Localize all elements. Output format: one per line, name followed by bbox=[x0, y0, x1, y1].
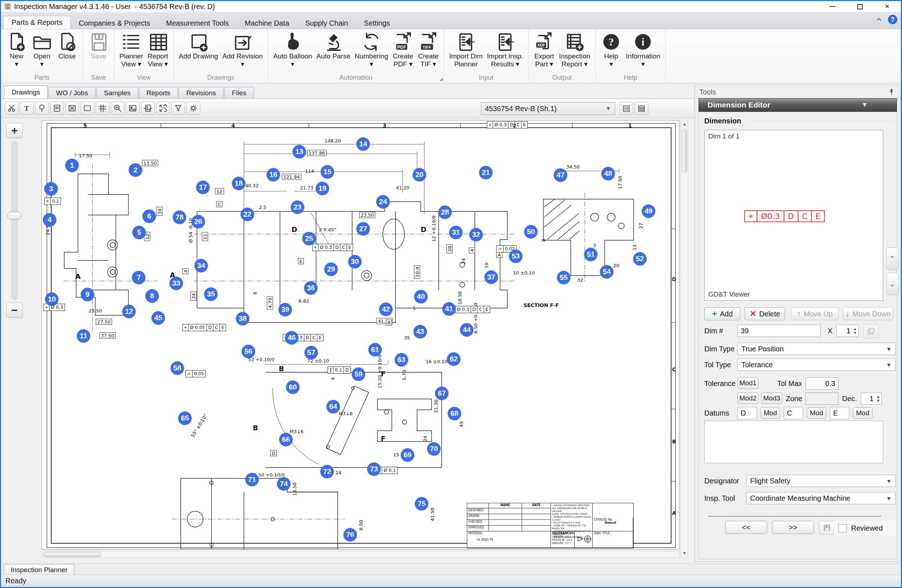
ribbon-button-add-drawing[interactable]: Add Drawing bbox=[177, 31, 221, 73]
cut-balloon-button[interactable] bbox=[5, 102, 19, 115]
balloon-70[interactable]: 70 bbox=[427, 442, 440, 456]
balloon-42[interactable]: 42 bbox=[379, 303, 393, 316]
balloon-52[interactable]: 52 bbox=[633, 252, 647, 266]
spinner-arrows-icon[interactable]: ▲▼ bbox=[852, 325, 858, 336]
balloon-69[interactable]: 69 bbox=[401, 449, 414, 462]
zoom-slider-handle[interactable] bbox=[7, 212, 22, 220]
dim-type-select[interactable]: True Position▼ bbox=[738, 343, 896, 355]
balloon-tool-button[interactable] bbox=[35, 102, 49, 115]
datum1-input[interactable]: D bbox=[738, 407, 757, 419]
balloon-60[interactable]: 60 bbox=[286, 381, 299, 394]
text-tool-button[interactable]: T bbox=[20, 102, 34, 115]
balloon-78[interactable]: 78 bbox=[173, 211, 186, 224]
balloon-65[interactable]: 65 bbox=[178, 411, 192, 425]
ribbon-button-add-revision[interactable]: Add Revision▾ bbox=[220, 31, 265, 73]
ribbon-button-numbering[interactable]: Numbering▾ bbox=[352, 31, 390, 73]
scroll-down-button[interactable]: ⌄ bbox=[886, 273, 898, 295]
minimize-button[interactable] bbox=[819, 1, 846, 12]
doc-tab-revisions[interactable]: Revisions bbox=[179, 87, 223, 99]
balloon-64[interactable]: 64 bbox=[327, 400, 340, 413]
balloon-57[interactable]: 57 bbox=[304, 346, 318, 359]
balloon-62[interactable]: 62 bbox=[447, 352, 460, 366]
balloon-10[interactable]: 10 bbox=[45, 292, 58, 306]
balloon-74[interactable]: 74 bbox=[277, 477, 290, 491]
save-dimension-button[interactable] bbox=[819, 521, 835, 535]
balloon-53[interactable]: 53 bbox=[509, 250, 522, 263]
horizontal-scroll-thumb[interactable] bbox=[43, 552, 101, 557]
balloon-31[interactable]: 31 bbox=[449, 226, 462, 239]
sheet-selector[interactable]: 4536754 Rev-B (Sh.1) ▼ bbox=[481, 102, 615, 115]
fit-width-button[interactable] bbox=[126, 102, 139, 115]
dimension-editor-header[interactable]: Dimension Editor ▼ bbox=[698, 98, 897, 112]
balloon-63[interactable]: 63 bbox=[395, 353, 408, 366]
dim-count-spinner[interactable]: 1▲▼ bbox=[836, 325, 859, 337]
doc-tab-wo-jobs[interactable]: WO / Jobs bbox=[49, 87, 96, 99]
balloon-58[interactable]: 58 bbox=[171, 361, 184, 375]
balloon-56[interactable]: 56 bbox=[242, 345, 255, 358]
datum2-input[interactable]: C bbox=[784, 407, 803, 419]
horizontal-scrollbar[interactable] bbox=[41, 551, 680, 558]
vertical-scrollbar[interactable]: ▲ ▼ bbox=[681, 120, 688, 557]
ribbon-tab-companies-projects[interactable]: Companies & Projects bbox=[71, 17, 158, 29]
vertical-scroll-thumb[interactable] bbox=[682, 129, 687, 172]
balloon-75[interactable]: 75 bbox=[415, 497, 428, 510]
balloon-24[interactable]: 24 bbox=[376, 195, 390, 208]
balloon-61[interactable]: 61 bbox=[368, 343, 382, 357]
balloon-32[interactable]: 32 bbox=[470, 228, 483, 241]
balloon-9[interactable]: 9 bbox=[81, 288, 94, 301]
balloon-12[interactable]: 12 bbox=[122, 305, 136, 318]
ribbon-button-information[interactable]: iInformation▾ bbox=[624, 31, 662, 73]
balloon-11[interactable]: 11 bbox=[77, 329, 90, 343]
balloon-73[interactable]: 73 bbox=[367, 463, 381, 476]
ribbon-button-planner-view[interactable]: PlannerView ▾ bbox=[117, 31, 146, 73]
balloon-66[interactable]: 66 bbox=[279, 433, 293, 446]
balloon-16[interactable]: 16 bbox=[267, 168, 280, 181]
zoom-slider[interactable] bbox=[11, 141, 17, 300]
pin-icon[interactable] bbox=[888, 88, 896, 96]
note-tool-button[interactable] bbox=[50, 102, 64, 115]
copy-button[interactable] bbox=[863, 325, 879, 338]
balloon-34[interactable]: 34 bbox=[194, 259, 208, 272]
balloon-22[interactable]: 22 bbox=[241, 208, 254, 221]
doc-tab-drawings[interactable]: Drawings bbox=[4, 86, 48, 99]
balloon-8[interactable]: 8 bbox=[146, 289, 159, 303]
dimension-notes-area[interactable] bbox=[704, 421, 883, 463]
add-button[interactable]: +Add bbox=[704, 307, 741, 321]
balloon-36[interactable]: 36 bbox=[304, 281, 318, 295]
balloon-6[interactable]: 6 bbox=[143, 210, 156, 223]
drawing-canvas[interactable]: NAME DATE DESIGNED DRAWN CHECKED APPROVE… bbox=[41, 120, 680, 549]
gdt-viewer[interactable]: Dim 1 of 1 ⌖Ø0.3DCE GD&T Viewer bbox=[704, 130, 883, 301]
balloon-55[interactable]: 55 bbox=[557, 271, 570, 284]
balloon-33[interactable]: 33 bbox=[169, 277, 183, 290]
doc-tab-reports[interactable]: Reports bbox=[139, 87, 178, 99]
balloon-2[interactable]: 2 bbox=[129, 163, 142, 177]
ribbon-tab-settings[interactable]: Settings bbox=[356, 17, 398, 29]
tol-type-select[interactable]: Tolerance▼ bbox=[738, 358, 896, 371]
close-button[interactable]: × bbox=[874, 1, 901, 12]
ribbon-tab-measurement-tools[interactable]: Measurement Tools bbox=[158, 17, 237, 29]
balloon-72[interactable]: 72 bbox=[320, 465, 334, 479]
balloon-29[interactable]: 29 bbox=[324, 263, 338, 276]
ribbon-button-close[interactable]: Close bbox=[55, 31, 80, 73]
balloon-28[interactable]: 28 bbox=[438, 206, 452, 219]
ribbon-button-inspection-report[interactable]: InspectionReport ▾ bbox=[557, 31, 592, 73]
scroll-down-icon[interactable]: ▼ bbox=[681, 550, 688, 557]
balloon-17[interactable]: 17 bbox=[196, 181, 210, 194]
move-up-button[interactable]: ↑Move Up bbox=[791, 307, 838, 321]
tol-max-input[interactable]: 0.3 bbox=[805, 377, 838, 389]
balloon-54[interactable]: 54 bbox=[600, 265, 613, 278]
mod1-button[interactable]: Mod1 bbox=[738, 377, 758, 389]
mod2-button[interactable]: Mod2 bbox=[738, 393, 758, 404]
balloon-23[interactable]: 23 bbox=[291, 200, 304, 214]
balloon-25[interactable]: 25 bbox=[302, 232, 316, 245]
balloon-43[interactable]: 43 bbox=[413, 325, 427, 338]
ribbon-button-auto-balloon[interactable]: Auto Balloon▾ bbox=[271, 31, 314, 73]
scroll-up-icon[interactable]: ▲ bbox=[681, 120, 688, 128]
fullscreen-button[interactable] bbox=[156, 102, 170, 115]
balloon-47[interactable]: 47 bbox=[554, 169, 567, 182]
ribbon-tab-supply-chain[interactable]: Supply Chain bbox=[297, 17, 356, 29]
balloon-37[interactable]: 37 bbox=[485, 271, 498, 284]
ribbon-button-create-tif[interactable]: TIFFCreateTIF ▾ bbox=[416, 31, 441, 73]
balloon-76[interactable]: 76 bbox=[343, 528, 357, 541]
balloon-13[interactable]: 13 bbox=[293, 145, 306, 158]
